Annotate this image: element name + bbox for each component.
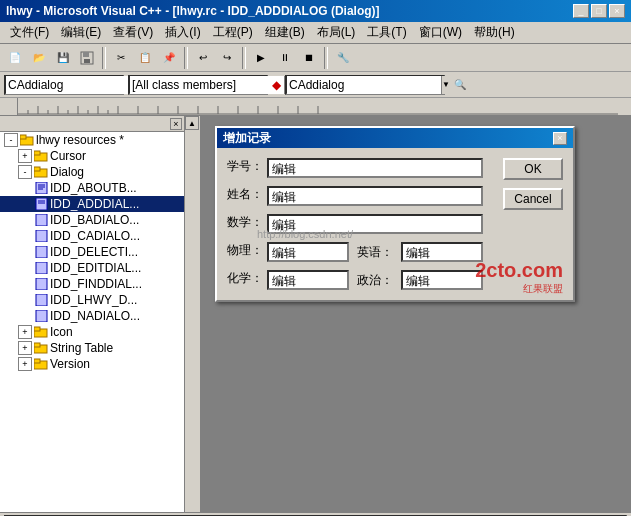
- sidebar-item-idd-editdial[interactable]: IDD_EDITDIAL...: [0, 260, 184, 276]
- sidebar-item-idd-finddial[interactable]: IDD_FINDDIAL...: [0, 276, 184, 292]
- combo-row: ▼ ▼ ◆ ▼ 🔍: [0, 72, 631, 98]
- dialog-expand[interactable]: -: [18, 165, 32, 179]
- v-scrollbar[interactable]: ▲: [185, 116, 201, 512]
- close-button[interactable]: ×: [609, 4, 625, 18]
- members-combo[interactable]: ▼: [128, 75, 268, 95]
- cursor-label: Cursor: [50, 149, 86, 163]
- xingming-label: 姓名：: [227, 186, 263, 206]
- sidebar-close-button[interactable]: ×: [170, 118, 182, 130]
- sidebar-item-dialog[interactable]: - Dialog: [0, 164, 184, 180]
- paste-button[interactable]: 📌: [158, 47, 180, 69]
- idd-badialo-label: IDD_BADIALO...: [50, 213, 139, 227]
- minimize-button[interactable]: _: [573, 4, 589, 18]
- menu-tools[interactable]: 工具(T): [361, 22, 412, 43]
- xuehao-input[interactable]: 编辑: [267, 158, 483, 178]
- editor-area: ▲ 增加记录 × OK Cancel 学号： 编辑 姓名: [185, 116, 631, 512]
- idd-finddial-icon: [34, 277, 48, 291]
- sidebar-item-cursor[interactable]: + Cursor: [0, 148, 184, 164]
- sidebar-item-idd-delecti[interactable]: IDD_DELECTI...: [0, 244, 184, 260]
- watermark-text: 2cto.com: [475, 259, 563, 282]
- sidebar-item-idd-lhwy-d[interactable]: IDD_LHWY_D...: [0, 292, 184, 308]
- wuli-input[interactable]: 编辑: [267, 242, 349, 262]
- string-table-label: String Table: [50, 341, 113, 355]
- dialog-folder-icon: [34, 165, 48, 179]
- sidebar-item-idd-nadialo[interactable]: IDD_NADIALO...: [0, 308, 184, 324]
- watermark-area: 2cto.com 红果联盟: [475, 259, 563, 296]
- idd-adddial-label: IDD_ADDDIAL...: [50, 197, 139, 211]
- copy-button[interactable]: 📋: [134, 47, 156, 69]
- title-bar: lhwy - Microsoft Visual C++ - [lhwy.rc -…: [0, 0, 631, 22]
- menu-file[interactable]: 文件(F): [4, 22, 55, 43]
- sidebar-item-icon[interactable]: + Icon: [0, 324, 184, 340]
- dialog-buttons: OK Cancel: [503, 158, 563, 210]
- idd-lhwy-d-icon: [34, 293, 48, 307]
- scroll-up-button[interactable]: ▲: [185, 116, 199, 130]
- menu-build[interactable]: 组建(B): [259, 22, 311, 43]
- string-table-expand[interactable]: +: [18, 341, 32, 355]
- class-combo[interactable]: ▼: [4, 75, 124, 95]
- sidebar-item-version[interactable]: + Version: [0, 356, 184, 372]
- idd-cadialo-label: IDD_CADIALO...: [50, 229, 140, 243]
- idd-badialo-icon: [34, 213, 48, 227]
- maximize-button[interactable]: □: [591, 4, 607, 18]
- svg-rect-42: [36, 294, 47, 306]
- icon-expand[interactable]: +: [18, 325, 32, 339]
- huaxue-input[interactable]: 编辑: [267, 270, 349, 290]
- version-folder-icon: [34, 357, 48, 371]
- menu-edit[interactable]: 编辑(E): [55, 22, 107, 43]
- tree-root[interactable]: - lhwy resources *: [0, 132, 184, 148]
- function-combo-input[interactable]: [287, 76, 441, 94]
- stop-button[interactable]: ⏹: [298, 47, 320, 69]
- svg-rect-29: [34, 167, 40, 171]
- wuli-yingyu-row: 编辑 英语： 编辑: [267, 242, 483, 262]
- zhengzhi-input[interactable]: 编辑: [401, 270, 483, 290]
- svg-rect-49: [34, 359, 40, 363]
- sidebar-item-idd-aboutb[interactable]: IDD_ABOUTB...: [0, 180, 184, 196]
- idd-delecti-icon: [34, 245, 48, 259]
- sidebar-item-idd-adddial[interactable]: IDD_ADDDIAL...: [0, 196, 184, 212]
- sidebar-item-string-table[interactable]: + String Table: [0, 340, 184, 356]
- menu-bar: 文件(F) 编辑(E) 查看(V) 插入(I) 工程(P) 组建(B) 布局(L…: [0, 22, 631, 44]
- idd-lhwy-d-label: IDD_LHWY_D...: [50, 293, 137, 307]
- undo-button[interactable]: ↩: [192, 47, 214, 69]
- svg-rect-45: [34, 327, 40, 331]
- open-button[interactable]: 📂: [28, 47, 50, 69]
- pause-button[interactable]: ⏸: [274, 47, 296, 69]
- root-expand[interactable]: -: [4, 133, 18, 147]
- sidebar-item-idd-cadialo[interactable]: IDD_CADIALO...: [0, 228, 184, 244]
- sidebar-item-idd-badialo[interactable]: IDD_BADIALO...: [0, 212, 184, 228]
- dialog-body: OK Cancel 学号： 编辑 姓名： 编辑 数学： 编辑 物理：: [217, 148, 573, 300]
- menu-project[interactable]: 工程(P): [207, 22, 259, 43]
- icon-folder-icon: [34, 325, 48, 339]
- idd-nadialo-icon: [34, 309, 48, 323]
- extra-button[interactable]: 🔧: [332, 47, 354, 69]
- save-all-button[interactable]: [76, 47, 98, 69]
- xingming-input[interactable]: 编辑: [267, 186, 483, 206]
- menu-view[interactable]: 查看(V): [107, 22, 159, 43]
- new-button[interactable]: 📄: [4, 47, 26, 69]
- run-button[interactable]: ▶: [250, 47, 272, 69]
- svg-rect-1: [83, 52, 89, 57]
- url-watermark: http://blog.csdn.net/: [257, 228, 353, 240]
- version-expand[interactable]: +: [18, 357, 32, 371]
- members-combo-input[interactable]: [130, 76, 284, 94]
- menu-window[interactable]: 窗口(W): [413, 22, 468, 43]
- extra-combo-btn[interactable]: 🔍: [449, 74, 471, 96]
- function-combo[interactable]: ▼: [285, 75, 445, 95]
- redo-button[interactable]: ↪: [216, 47, 238, 69]
- fields-grid: 学号： 编辑 姓名： 编辑 数学： 编辑 物理： 编辑 英语： 编辑: [227, 158, 483, 290]
- menu-layout[interactable]: 布局(L): [311, 22, 362, 43]
- menu-insert[interactable]: 插入(I): [159, 22, 206, 43]
- yingyu-input[interactable]: 编辑: [401, 242, 483, 262]
- ok-button[interactable]: OK: [503, 158, 563, 180]
- sidebar: × - lhwy resources * + Cursor - Dialog: [0, 116, 185, 512]
- string-table-folder-icon: [34, 341, 48, 355]
- dialog-close-button[interactable]: ×: [553, 132, 567, 145]
- title-bar-text: lhwy - Microsoft Visual C++ - [lhwy.rc -…: [6, 4, 380, 18]
- menu-help[interactable]: 帮助(H): [468, 22, 521, 43]
- cut-button[interactable]: ✂: [110, 47, 132, 69]
- cancel-button[interactable]: Cancel: [503, 188, 563, 210]
- ruler-horizontal: [18, 98, 631, 115]
- cursor-expand[interactable]: +: [18, 149, 32, 163]
- save-button[interactable]: 💾: [52, 47, 74, 69]
